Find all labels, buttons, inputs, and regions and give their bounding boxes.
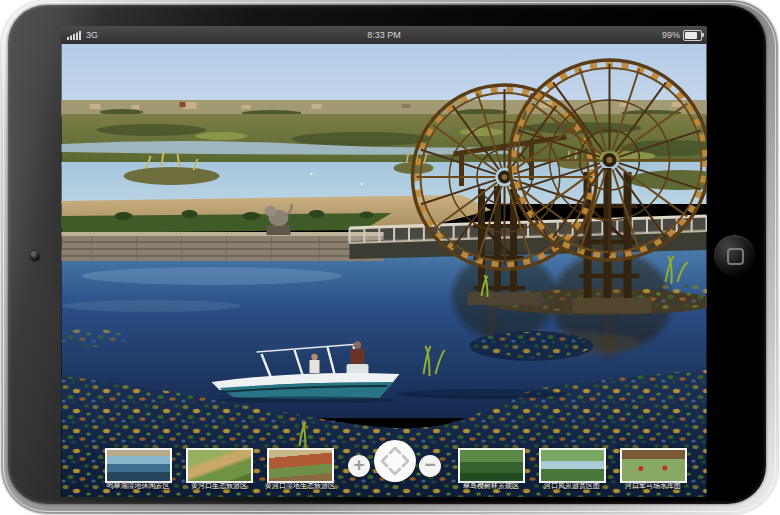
waterwheel-photo bbox=[61, 44, 707, 497]
dpad-left-icon bbox=[382, 456, 387, 466]
directional-pad[interactable] bbox=[374, 440, 416, 482]
screen: 3G 8:33 PM 99% bbox=[61, 26, 707, 497]
thumbnail-1[interactable] bbox=[105, 448, 172, 483]
plus-icon: + bbox=[353, 454, 364, 475]
minus-icon: − bbox=[424, 454, 435, 475]
thumbnail-3[interactable] bbox=[267, 448, 334, 483]
tablet-device: 3G 8:33 PM 99% bbox=[1, 0, 778, 514]
dpad-right-icon bbox=[403, 456, 408, 466]
front-camera-icon bbox=[30, 251, 40, 261]
dpad-down-icon bbox=[390, 469, 400, 474]
thumbnail-4-caption: 翠岛樱树林景观区 bbox=[449, 482, 533, 490]
battery-percent-label: 99% bbox=[662, 30, 680, 40]
home-button-square-icon bbox=[727, 248, 744, 265]
photo-canvas bbox=[61, 44, 707, 497]
thumbnail-6-caption: 河口军马场水库图 bbox=[611, 482, 695, 490]
thumbnail-6[interactable] bbox=[620, 448, 687, 483]
clock-label: 8:33 PM bbox=[367, 30, 401, 40]
thumbnail-2[interactable] bbox=[186, 448, 253, 483]
thumbnail-4[interactable] bbox=[458, 448, 525, 483]
status-bar: 3G 8:33 PM 99% bbox=[61, 26, 707, 44]
home-button[interactable] bbox=[714, 235, 755, 276]
thumbnail-5[interactable] bbox=[539, 448, 606, 483]
waterwheel-left bbox=[413, 85, 597, 269]
thumbnail-2-caption: 黄河口生态旅游区 bbox=[177, 482, 261, 490]
thumbnail-3-caption: 黄河口湿地生态旅游区 bbox=[258, 482, 342, 490]
thumbnail-5-caption: 河口风景游赏区图 bbox=[530, 482, 614, 490]
battery-icon bbox=[683, 30, 702, 41]
zoom-out-button[interactable]: − bbox=[419, 455, 441, 477]
thumbnail-1-caption: 鸣翠湖湿地休闲景区 bbox=[96, 482, 180, 490]
zoom-in-button[interactable]: + bbox=[348, 455, 370, 477]
dpad-up-icon bbox=[390, 448, 400, 453]
